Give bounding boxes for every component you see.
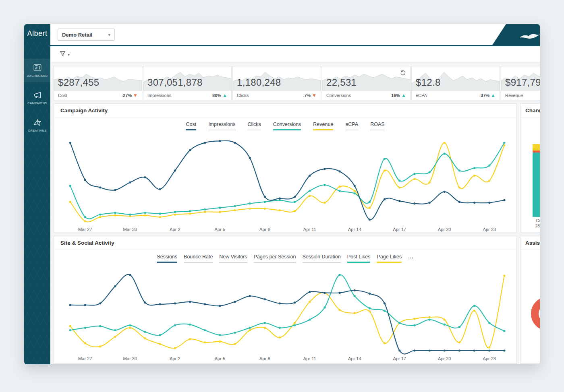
bar-caption-line2: 287 [529, 223, 540, 229]
kpi-footer: Revenue [501, 91, 540, 100]
series-conversions [70, 143, 504, 219]
site-tab-bounce-rate[interactable]: Bounce Rate [184, 254, 213, 263]
campaign-tab-cost[interactable]: Cost [186, 122, 196, 130]
campaign-activity-chart: Mar 27Mar 30Apr 2Apr 5Apr 8Apr 11Apr 14A… [60, 134, 511, 233]
kpi-value: 307,051,878 [147, 77, 203, 88]
arrow-down-icon: ▼ [133, 93, 138, 98]
kpi-value: $12.8 [416, 77, 441, 88]
svg-text:Apr 2: Apr 2 [170, 227, 180, 232]
kpi-card-revenue[interactable]: $917,79Revenue [501, 66, 540, 100]
channels-panel: Chann Co 287 [520, 103, 540, 232]
kpi-label: Revenue [505, 93, 523, 98]
svg-text:Apr 11: Apr 11 [303, 227, 316, 232]
left-column: Campaign Activity CostImpressionsClicksC… [54, 103, 517, 364]
campaign-tab-revenue[interactable]: Revenue [313, 122, 333, 130]
campaign-tab-ecpa[interactable]: eCPA [345, 122, 358, 130]
content-row: Campaign Activity CostImpressionsClicksC… [50, 100, 540, 364]
series-sessions [70, 274, 504, 354]
site-tab-page-likes[interactable]: Page Likes [377, 254, 402, 263]
bar-segment [533, 144, 540, 151]
series-revenue [70, 142, 504, 222]
svg-text:Apr 20: Apr 20 [438, 356, 451, 361]
campaign-activity-panel: Campaign Activity CostImpressionsClicksC… [54, 103, 517, 232]
arrow-up-icon: ▲ [491, 93, 496, 98]
svg-text:Mar 27: Mar 27 [78, 356, 92, 361]
kpi-card-conversions[interactable]: 22,531Conversions16% ▲ [322, 66, 411, 100]
svg-text:Apr 23: Apr 23 [483, 356, 496, 361]
kpi-card-clicks[interactable]: 1,180,248Clicks-7% ▼ [232, 66, 321, 100]
svg-text:Apr 8: Apr 8 [259, 227, 270, 232]
kpi-delta: -7% ▼ [303, 93, 317, 98]
kpi-delta: 80% ▲ [212, 93, 227, 98]
kpi-value: $917,79 [505, 77, 540, 88]
sidebar-item-creatives[interactable]: CREATIVES [24, 113, 50, 137]
kpi-label: Clicks [237, 93, 249, 98]
account-selector[interactable]: Demo Retail ▾ [58, 29, 115, 41]
campaign-metric-tabs: CostImpressionsClicksConversionsRevenuee… [54, 122, 516, 130]
kpi-row: $287,455Cost-27% ▼307,051,878Impressions… [50, 63, 540, 100]
kpi-label: eCPA [416, 93, 427, 98]
sidebar-item-label: CAMPAIGNS [27, 101, 47, 105]
kpi-label: Cost [58, 93, 67, 98]
filter-funnel-icon[interactable] [59, 50, 66, 59]
series-page-likes [70, 276, 504, 348]
kpi-footer: Clicks-7% ▼ [233, 91, 321, 100]
bird-logo-icon [519, 32, 540, 40]
campaign-tab-impressions[interactable]: Impressions [208, 122, 235, 130]
site-tab-pages-per-session[interactable]: Pages per Session [254, 254, 296, 263]
kpi-delta: 16% ▲ [391, 93, 406, 98]
kpi-label: Conversions [326, 93, 351, 98]
origami-icon [33, 118, 42, 127]
assist-donut-chart[interactable] [531, 297, 540, 331]
app-window: Albert DASHBOARDCAMPAIGNSCREATIVES Demo … [24, 24, 540, 364]
bar-caption-line1: Co [529, 218, 540, 223]
site-metric-tabs: SessionsBounce RateNew VisitorsPages per… [54, 254, 516, 263]
dashboard-chart-icon [33, 63, 42, 72]
svg-text:Apr 11: Apr 11 [303, 356, 316, 361]
panel-title: Assist [520, 236, 540, 250]
chevron-down-icon: ▾ [108, 32, 110, 37]
svg-text:Apr 17: Apr 17 [393, 227, 406, 232]
main-area: Demo Retail ▾ ▾ $287,455Cost-27% ▼307,05… [50, 24, 540, 364]
svg-text:Mar 30: Mar 30 [123, 227, 137, 232]
arrow-up-icon: ▲ [222, 93, 227, 98]
site-tab-post-likes[interactable]: Post Likes [347, 254, 371, 263]
site-tab-new-visitors[interactable]: New Visitors [219, 254, 247, 263]
kpi-card-impressions[interactable]: 307,051,878Impressions80% ▲ [143, 66, 232, 100]
sidebar-item-label: CREATIVES [28, 129, 46, 132]
kpi-card-ecpa[interactable]: $12.8eCPA-37% ▲ [411, 66, 500, 100]
panel-title: Site & Social Activity [54, 236, 516, 250]
megaphone-icon [33, 91, 42, 99]
svg-text:Mar 30: Mar 30 [123, 356, 137, 361]
sidebar-nav: DASHBOARDCAMPAIGNSCREATIVES [24, 59, 50, 141]
site-tab-sessions[interactable]: Sessions [157, 254, 177, 263]
channels-bar-caption: Co 287 [529, 218, 540, 229]
kpi-footer: Impressions80% ▲ [143, 91, 231, 100]
arrow-down-icon: ▼ [312, 93, 317, 98]
top-bar: Demo Retail ▾ [50, 24, 540, 46]
arrow-up-icon: ▲ [401, 93, 406, 98]
brand-swoosh [492, 24, 540, 45]
svg-text:Apr 14: Apr 14 [348, 227, 361, 232]
site-tab-more[interactable]: ... [408, 254, 413, 263]
sidebar: Albert DASHBOARDCAMPAIGNSCREATIVES [24, 24, 50, 364]
sidebar-item-label: DASHBOARD [27, 74, 48, 78]
sidebar-item-dashboard[interactable]: DASHBOARD [24, 59, 50, 82]
right-rail: Chann Co 287 Assist [520, 103, 540, 364]
channels-stacked-bar[interactable] [533, 144, 540, 217]
kpi-card-cost[interactable]: $287,455Cost-27% ▼ [54, 66, 142, 100]
site-tab-session-duration[interactable]: Session Duration [303, 254, 341, 263]
site-social-activity-chart: Mar 27Mar 30Apr 2Apr 5Apr 8Apr 11Apr 14A… [60, 266, 511, 363]
account-selector-value: Demo Retail [62, 32, 92, 38]
sidebar-item-campaigns[interactable]: CAMPAIGNS [24, 86, 50, 109]
kpi-value: 1,180,248 [237, 77, 281, 88]
campaign-tab-clicks[interactable]: Clicks [248, 122, 261, 130]
campaign-tab-roas[interactable]: ROAS [370, 122, 384, 130]
bar-segment [533, 153, 540, 217]
svg-text:Apr 5: Apr 5 [215, 227, 225, 232]
svg-text:Apr 20: Apr 20 [438, 227, 451, 232]
svg-text:Apr 2: Apr 2 [170, 356, 180, 361]
panel-title: Campaign Activity [54, 104, 516, 118]
campaign-tab-conversions[interactable]: Conversions [273, 122, 301, 130]
redo-arrow-icon[interactable] [400, 70, 406, 78]
